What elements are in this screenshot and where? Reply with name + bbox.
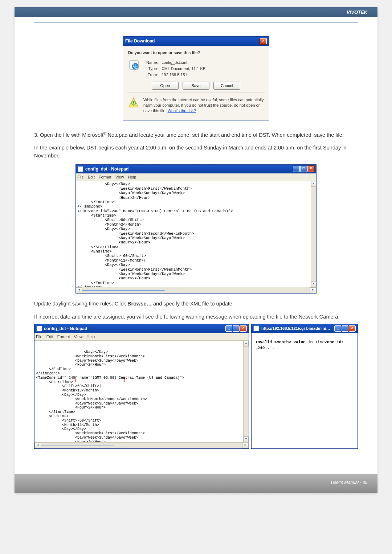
notepad-title-bar: config_dst - Notepad _ □ × (76, 165, 316, 173)
notepad-lower-title-bar: config_dst - Notepad _ □ × (34, 324, 249, 333)
horizontal-scrollbar[interactable]: ◄ ► (34, 442, 249, 448)
file-download-dialog: File Download × Do you want to open or s… (123, 36, 269, 120)
notepad-menubar: File Edit Format View Help (76, 173, 316, 181)
browse-label: Browse… (127, 301, 152, 307)
name-label: Name: (145, 60, 159, 65)
notepad-window-main: config_dst - Notepad _ □ × File Edit For… (75, 164, 317, 294)
file-info-table: Name: config_dst.xml Type: XML Document,… (144, 59, 208, 78)
menu-format[interactable]: Format (99, 175, 111, 179)
ie-error-message: Invalid <Month> value in TimeZone id: -2… (252, 333, 358, 447)
menu-view[interactable]: View (115, 175, 124, 179)
menu-help[interactable]: Help (86, 335, 95, 339)
svg-text:?: ? (132, 102, 134, 105)
notepad-doc-icon (78, 166, 83, 172)
open-button[interactable]: Open (152, 82, 179, 90)
file-globe-icon (128, 59, 140, 71)
vertical-scrollbar[interactable]: ▲▼ (243, 341, 249, 442)
notepad-lower-menubar: File Edit Format View Help (34, 333, 249, 341)
step-3-text: 3. Open the file with Microsoft® Notepad… (34, 131, 358, 139)
update-rules-paragraph: Update daylight saving time rules: Click… (34, 300, 358, 308)
from-value: 192.168.5.151 (160, 72, 207, 78)
notepad-lower-title: config_dst - Notepad (44, 325, 87, 332)
ie-title-text: http://192.168.5.121/cgi-bin/admin/uploa… (261, 325, 332, 332)
type-value: XML Document, 11.1 KB (160, 66, 207, 71)
save-button[interactable]: Save (183, 82, 209, 90)
scroll-thumb[interactable] (41, 446, 114, 446)
dialog-question: Do you want to open or save this file? (128, 50, 264, 56)
ie-page-icon (253, 325, 259, 331)
notepad-lower-text-area[interactable]: ▲▼ <Day></Day> <WeekinMonth>First</Weeki… (34, 341, 249, 442)
close-icon[interactable]: × (240, 325, 247, 332)
menu-view[interactable]: View (74, 335, 83, 339)
warning-icon: ? (128, 97, 140, 109)
ie-error-window: http://192.168.5.121/cgi-bin/admin/uploa… (251, 324, 358, 449)
from-label: From: (145, 72, 159, 78)
warning-text: While files from the Internet can be use… (143, 97, 264, 114)
minimize-icon[interactable]: _ (334, 325, 341, 332)
scroll-thumb[interactable] (82, 290, 165, 291)
example-paragraph: In the example below, DST begins each ye… (34, 144, 358, 160)
close-icon[interactable]: × (349, 325, 356, 332)
incorrect-paragraph: If incorrect date and time are assigned,… (34, 313, 358, 321)
menu-edit[interactable]: Edit (46, 335, 53, 339)
maximize-icon[interactable]: □ (300, 166, 307, 172)
dialog-title-bar: File Download × (123, 37, 269, 46)
maximize-icon[interactable]: □ (342, 325, 348, 332)
whats-the-risk-link[interactable]: What's the risk? (168, 108, 196, 113)
scroll-right-icon[interactable]: ► (310, 287, 316, 293)
menu-edit[interactable]: Edit (88, 175, 95, 179)
scroll-left-icon[interactable]: ◄ (34, 443, 41, 448)
page-footer: User's Manual - 35 (15, 474, 377, 493)
minimize-icon[interactable]: _ (225, 325, 232, 332)
menu-file[interactable]: File (36, 335, 42, 339)
cancel-button[interactable]: Cancel (213, 82, 240, 90)
horizontal-scrollbar[interactable]: ◄ ► (76, 287, 316, 293)
scroll-left-icon[interactable]: ◄ (76, 287, 82, 293)
close-icon[interactable]: × (260, 38, 267, 44)
vertical-scrollbar[interactable]: ▲▼ (311, 181, 316, 287)
update-rules-label: Update daylight saving time rules (34, 301, 112, 307)
menu-file[interactable]: File (77, 175, 84, 179)
notepad-text-area[interactable]: ▲▼ <Day></Day> <WeekinMonth>First</Weeki… (76, 181, 316, 287)
type-label: Type: (145, 66, 159, 71)
dialog-title: File Download (125, 38, 155, 44)
ie-title-bar: http://192.168.5.121/cgi-bin/admin/uploa… (252, 324, 358, 333)
scroll-right-icon[interactable]: ► (242, 443, 249, 448)
menu-help[interactable]: Help (128, 175, 136, 179)
brand-header: VIVOTEK (15, 7, 377, 17)
name-value: config_dst.xml (160, 60, 207, 65)
notepad-doc-icon (36, 326, 42, 332)
notepad-window-lower: config_dst - Notepad _ □ × File Edit For… (34, 324, 249, 449)
close-icon[interactable]: × (307, 166, 314, 172)
notepad-title: config_dst - Notepad (85, 166, 128, 172)
menu-format[interactable]: Format (57, 335, 70, 339)
minimize-icon[interactable]: _ (293, 166, 300, 172)
maximize-icon[interactable]: □ (233, 325, 240, 332)
